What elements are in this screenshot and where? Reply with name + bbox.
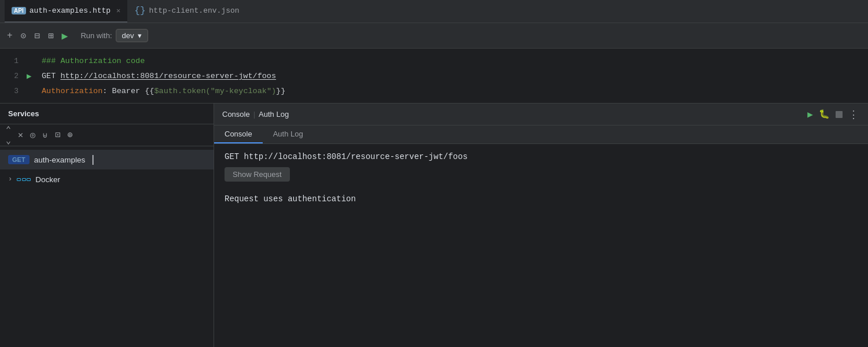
tab-console[interactable]: Console: [214, 125, 263, 143]
code-line-2: 2 ▶ GET http://localhost:8081/resource-s…: [0, 68, 868, 83]
console-title-text: Console | Auth Log: [222, 110, 289, 119]
history-icon[interactable]: ⊙: [21, 30, 27, 42]
tab-bar: API auth-examples.http ✕ {} http-client.…: [0, 0, 868, 23]
auth-log-header-label: Auth Log: [259, 110, 289, 119]
services-toolbar: ⌃⌄ ✕ ◎ ⊌ ⊡ ⊕: [0, 124, 214, 146]
tab-auth-examples-label: auth-examples.http: [30, 6, 111, 15]
service-name-docker: Docker: [35, 175, 60, 184]
console-actions: ▶ 🐛 ⋮: [807, 108, 860, 121]
dropdown-arrow-icon: ▾: [138, 31, 142, 40]
eye-icon[interactable]: ◎: [30, 130, 35, 141]
console-tab-label: Console: [225, 130, 252, 138]
services-panel: Services ⌃⌄ ✕ ◎ ⊌ ⊡ ⊕ GET auth-examples …: [0, 104, 214, 347]
new-file-icon[interactable]: ⊡: [55, 130, 60, 141]
line-run-btn-2[interactable]: ▶: [27, 71, 38, 81]
services-header: Services: [0, 104, 214, 124]
main-content: 1 ### Authorization code 2 ▶ GET http://…: [0, 49, 868, 347]
service-item-docker[interactable]: › Docker: [0, 169, 214, 189]
close-x-icon[interactable]: ✕: [18, 130, 23, 141]
services-title: Services: [8, 109, 39, 118]
line-number-1: 1: [0, 57, 27, 65]
services-list: GET auth-examples | › Docker: [0, 146, 214, 193]
chevron-right-icon: ›: [8, 175, 12, 183]
pipe-separator: |: [253, 110, 255, 119]
filter-icon[interactable]: ⊌: [42, 131, 48, 140]
service-item-auth-examples[interactable]: GET auth-examples |: [0, 150, 214, 169]
console-label: Console: [222, 110, 250, 119]
env-label: dev: [122, 31, 134, 40]
api-icon: API: [12, 7, 26, 14]
auth-note-text: Request uses authentication: [225, 194, 858, 204]
expand-collapse-icon[interactable]: ⌃⌄: [6, 124, 11, 146]
toolbar: + ⊙ ⊟ ⊞ ▶ Run with: dev ▾: [0, 23, 868, 49]
console-panel: Console | Auth Log ▶ 🐛 ⋮ Console Auth Lo…: [214, 104, 868, 347]
json-icon: {}: [134, 6, 145, 16]
layout-icon[interactable]: ⊞: [48, 30, 54, 42]
cursor-indicator: |: [90, 154, 96, 165]
console-header: Console | Auth Log ▶ 🐛 ⋮: [214, 104, 868, 125]
line-content-2: GET http://localhost:8081/resource-serve…: [38, 72, 868, 80]
tab-auth-examples[interactable]: API auth-examples.http ✕: [5, 0, 127, 23]
console-run-icon[interactable]: ▶: [807, 109, 813, 120]
code-line-3: 3 Authorization: Bearer {{$auth.token("m…: [0, 83, 868, 98]
run-with-label: Run with:: [80, 31, 112, 40]
more-options-icon[interactable]: ⋮: [848, 108, 860, 121]
service-name-auth-examples: auth-examples: [34, 156, 86, 164]
bottom-area: Services ⌃⌄ ✕ ◎ ⊌ ⊡ ⊕ GET auth-examples …: [0, 104, 868, 347]
console-output-url: GET http://localhost:8081/resource-serve…: [225, 152, 858, 161]
line-number-2: 2: [0, 72, 27, 80]
run-with-section: Run with: dev ▾: [80, 29, 148, 42]
console-tabs: Console Auth Log: [214, 125, 868, 144]
console-body: GET http://localhost:8081/resource-serve…: [214, 144, 868, 347]
bug-icon[interactable]: 🐛: [819, 109, 830, 120]
env-dropdown[interactable]: dev ▾: [116, 29, 148, 42]
run-all-icon[interactable]: ▶: [62, 29, 68, 42]
tab-auth-examples-close[interactable]: ✕: [116, 6, 120, 15]
line-number-3: 3: [0, 87, 27, 95]
code-editor: 1 ### Authorization code 2 ▶ GET http://…: [0, 49, 868, 104]
auth-log-tab-label: Auth Log: [273, 130, 303, 138]
get-method-badge: GET: [8, 155, 30, 164]
code-line-1: 1 ### Authorization code: [0, 53, 868, 68]
line-content-3: Authorization: Bearer {{$auth.token("my-…: [38, 87, 868, 95]
show-request-button[interactable]: Show Request: [225, 167, 290, 182]
add-icon[interactable]: +: [7, 31, 13, 41]
line-content-1: ### Authorization code: [38, 57, 868, 65]
tab-http-client-env[interactable]: {} http-client.env.json: [127, 0, 246, 23]
stop-icon[interactable]: [836, 111, 843, 118]
tab-auth-log[interactable]: Auth Log: [263, 125, 314, 143]
add-service-icon[interactable]: ⊕: [67, 130, 72, 141]
clipboard-icon[interactable]: ⊟: [34, 30, 40, 42]
docker-icon: [17, 178, 31, 181]
tab-http-client-env-label: http-client.env.json: [149, 6, 240, 15]
